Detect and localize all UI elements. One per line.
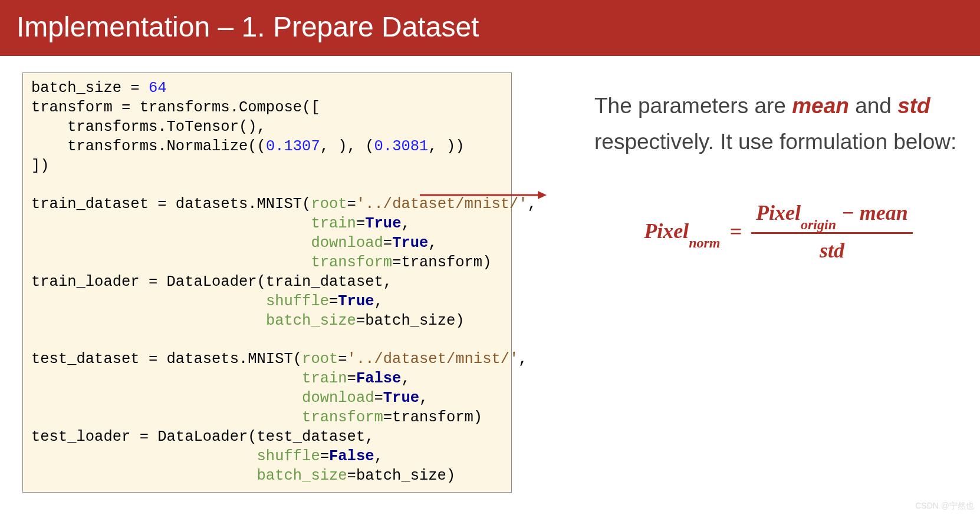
text-fragment: respectively. It use formulation below: [594, 130, 956, 154]
std-keyword: std [897, 94, 930, 118]
mean-literal: 0.1307 [266, 138, 320, 155]
code-text: , )) [428, 138, 464, 155]
fraction: Pixelorigin − mean std [751, 200, 913, 264]
text-fragment: The parameters are [594, 94, 792, 118]
code-text: =batch_size) [356, 312, 465, 329]
code-text: batch_size [31, 80, 121, 97]
batch-size-arg: batch_size [266, 312, 356, 329]
false-literal: False [356, 370, 402, 387]
shuffle-arg: shuffle [266, 293, 329, 310]
download-arg: download [311, 235, 383, 252]
mean-keyword: mean [792, 94, 849, 118]
watermark: CSDN @宁然也 [915, 501, 974, 511]
transform-arg: transform [302, 409, 383, 426]
code-text: train_loader = DataLoader(train_dataset, [31, 273, 392, 290]
explanation-text: The parameters are mean and std respecti… [594, 88, 962, 160]
true-literal: True [392, 235, 428, 252]
explanation-panel: The parameters are mean and std respecti… [594, 72, 962, 493]
std-literal: 0.3081 [374, 138, 429, 155]
denominator: std [820, 234, 844, 264]
root-arg: root [311, 196, 347, 213]
code-text: =transform) [392, 254, 491, 271]
root-path: '../dataset/mnist/' [356, 196, 528, 213]
train-arg: train [302, 370, 347, 387]
code-text: , ), ( [320, 138, 374, 155]
svg-marker-1 [538, 191, 547, 199]
code-text: test_dataset = datasets.MNIST( [31, 351, 302, 368]
batch-size-arg: batch_size [257, 467, 347, 484]
transform-arg: transform [311, 254, 392, 271]
code-text: transform = transforms.Compose([ [31, 99, 320, 116]
false-literal: False [329, 448, 374, 465]
code-text: transforms.Normalize(( [31, 138, 266, 155]
code-text: transforms.ToTensor(), [31, 118, 266, 136]
true-literal: True [365, 215, 401, 232]
subscript-norm: norm [689, 235, 720, 250]
code-text: =batch_size) [347, 467, 456, 484]
mean-text: mean [860, 201, 908, 225]
code-text: test_loader = DataLoader(test_dataset, [31, 428, 374, 445]
code-text: train_dataset = datasets.MNIST( [31, 196, 311, 213]
true-literal: True [338, 293, 374, 310]
subscript-origin: origin [801, 217, 836, 232]
code-block: batch_size = 64 transform = transforms.C… [22, 72, 512, 493]
root-path: '../dataset/mnist/' [347, 351, 519, 368]
minus-sign: − [836, 201, 860, 225]
normalization-formula: Pixelnorm = Pixelorigin − mean std [594, 200, 962, 264]
root-arg: root [302, 351, 338, 368]
true-literal: True [383, 389, 419, 407]
train-arg: train [311, 215, 356, 232]
slide-title: Implementation – 1. Prepare Dataset [0, 0, 980, 56]
shuffle-arg: shuffle [257, 448, 320, 465]
text-fragment: and [849, 94, 897, 118]
formula-lhs: Pixelnorm [644, 214, 720, 250]
equals-sign: = [729, 214, 742, 249]
code-text: =transform) [383, 409, 482, 426]
code-text: ]) [31, 157, 50, 174]
slide-content: batch_size = 64 transform = transforms.C… [0, 56, 980, 493]
numerator: Pixelorigin − mean [751, 200, 913, 234]
pixel-text: Pixel [756, 201, 801, 225]
pixel-text: Pixel [644, 219, 689, 243]
batch-size-value: 64 [149, 80, 167, 97]
download-arg: download [302, 389, 374, 407]
